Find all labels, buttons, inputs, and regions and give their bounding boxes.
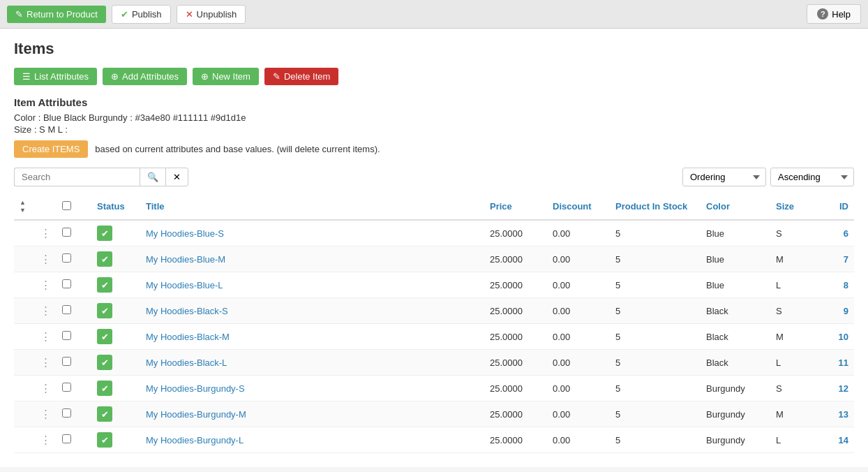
row-status-cell[interactable]: ✔: [91, 401, 140, 427]
row-title-cell: My Hoodies-Black-M: [140, 324, 484, 350]
row-checkbox[interactable]: [62, 279, 71, 288]
list-attributes-button[interactable]: ☰ List Attributes: [14, 68, 97, 85]
row-status-cell[interactable]: ✔: [91, 376, 140, 401]
drag-handle-icon[interactable]: ⋮: [40, 304, 51, 316]
search-button[interactable]: 🔍: [140, 168, 165, 186]
status-check-icon[interactable]: ✔: [97, 303, 112, 318]
row-discount-cell: 0.00: [547, 220, 610, 246]
drag-handle-icon[interactable]: ⋮: [40, 434, 51, 445]
row-status-cell[interactable]: ✔: [91, 246, 140, 272]
row-color-cell: Black: [701, 350, 770, 376]
return-to-product-button[interactable]: ✎ Return to Product: [7, 6, 106, 23]
row-checkbox-cell[interactable]: [57, 220, 91, 246]
table-row: ⋮ ✔ My Hoodies-Blue-M 25.0000 0.00 5 Blu…: [14, 246, 854, 272]
row-checkbox[interactable]: [62, 357, 71, 366]
item-title-link[interactable]: My Hoodies-Blue-L: [146, 280, 223, 290]
status-check-icon[interactable]: ✔: [97, 251, 112, 267]
drag-handle-cell[interactable]: ⋮: [35, 324, 57, 350]
create-items-button[interactable]: Create ITEMS: [14, 140, 88, 158]
drag-handle-cell[interactable]: ⋮: [35, 427, 57, 453]
row-checkbox[interactable]: [62, 383, 71, 392]
delete-item-button[interactable]: ✎ Delete Item: [264, 68, 338, 85]
search-clear-button[interactable]: ✕: [165, 168, 188, 186]
drag-handle-icon[interactable]: ⋮: [40, 408, 51, 420]
row-price-cell: 25.0000: [484, 246, 547, 272]
row-status-cell[interactable]: ✔: [91, 298, 140, 324]
drag-handle-cell[interactable]: ⋮: [35, 220, 57, 246]
drag-handle-icon[interactable]: ⋮: [40, 330, 51, 342]
row-status-cell[interactable]: ✔: [91, 427, 140, 453]
row-status-cell[interactable]: ✔: [91, 350, 140, 376]
row-checkbox[interactable]: [62, 331, 71, 340]
item-title-link[interactable]: My Hoodies-Burgundy-L: [146, 435, 244, 445]
sort-up-cell: [14, 427, 35, 453]
help-button[interactable]: ? Help: [807, 4, 861, 24]
unpublish-button[interactable]: ✕ Unpublish: [177, 5, 246, 24]
status-check-icon[interactable]: ✔: [97, 432, 112, 448]
check-icon: ✔: [121, 9, 128, 20]
plus-icon: ⊕: [111, 71, 119, 82]
row-status-cell[interactable]: ✔: [91, 220, 140, 246]
row-checkbox[interactable]: [62, 228, 71, 237]
row-status-cell[interactable]: ✔: [91, 272, 140, 298]
item-title-link[interactable]: My Hoodies-Burgundy-S: [146, 383, 245, 394]
new-item-button[interactable]: ⊕ New Item: [193, 68, 259, 85]
direction-select[interactable]: Ascending Descending: [770, 168, 854, 186]
drag-handle-cell[interactable]: ⋮: [35, 272, 57, 298]
row-checkbox-cell[interactable]: [57, 246, 91, 272]
drag-handle-icon[interactable]: ⋮: [40, 382, 51, 394]
status-check-icon[interactable]: ✔: [97, 277, 112, 293]
item-title-link[interactable]: My Hoodies-Black-M: [146, 332, 230, 342]
table-row: ⋮ ✔ My Hoodies-Black-M 25.0000 0.00 5 Bl…: [14, 324, 854, 350]
status-check-icon[interactable]: ✔: [97, 381, 112, 396]
row-checkbox-cell[interactable]: [57, 401, 91, 427]
status-check-icon[interactable]: ✔: [97, 329, 112, 344]
row-checkbox[interactable]: [62, 408, 71, 418]
row-discount-cell: 0.00: [547, 427, 610, 453]
row-price-cell: 25.0000: [484, 272, 547, 298]
status-check-icon[interactable]: ✔: [97, 355, 112, 370]
drag-handle-icon[interactable]: ⋮: [40, 356, 51, 368]
search-group: 🔍 ✕: [14, 168, 188, 186]
sort-up-cell: [14, 272, 35, 298]
drag-handle-cell[interactable]: ⋮: [35, 376, 57, 401]
drag-handle-cell[interactable]: ⋮: [35, 246, 57, 272]
drag-handle-icon[interactable]: ⋮: [40, 253, 51, 265]
drag-handle-cell[interactable]: ⋮: [35, 401, 57, 427]
row-checkbox-cell[interactable]: [57, 298, 91, 324]
row-checkbox-cell[interactable]: [57, 427, 91, 453]
status-check-icon[interactable]: ✔: [97, 226, 112, 241]
item-title-link[interactable]: My Hoodies-Black-S: [146, 306, 228, 316]
status-check-icon[interactable]: ✔: [97, 406, 112, 422]
row-checkbox-cell[interactable]: [57, 376, 91, 401]
item-title-link[interactable]: My Hoodies-Blue-S: [146, 228, 224, 239]
row-stock-cell: 5: [610, 298, 701, 324]
row-checkbox-cell[interactable]: [57, 272, 91, 298]
row-checkbox[interactable]: [62, 253, 71, 263]
drag-handle-cell[interactable]: ⋮: [35, 350, 57, 376]
sort-up-cell: [14, 246, 35, 272]
ordering-select[interactable]: Ordering Title Price ID: [682, 168, 766, 186]
row-status-cell[interactable]: ✔: [91, 324, 140, 350]
row-checkbox-cell[interactable]: [57, 350, 91, 376]
row-discount-cell: 0.00: [547, 298, 610, 324]
row-checkbox-cell[interactable]: [57, 324, 91, 350]
select-all-checkbox[interactable]: [62, 201, 71, 210]
row-title-cell: My Hoodies-Blue-M: [140, 246, 484, 272]
row-stock-cell: 5: [610, 272, 701, 298]
search-input[interactable]: [14, 168, 140, 186]
row-checkbox[interactable]: [62, 434, 71, 443]
plus-circle-icon: ⊕: [201, 71, 209, 82]
size-attribute-line: Size : S M L :: [14, 124, 854, 135]
row-checkbox[interactable]: [62, 305, 71, 314]
publish-button[interactable]: ✔ Publish: [112, 5, 171, 24]
drag-handle-cell[interactable]: ⋮: [35, 298, 57, 324]
page-title: Items: [14, 40, 854, 58]
drag-handle-icon[interactable]: ⋮: [40, 279, 51, 290]
row-stock-cell: 5: [610, 220, 701, 246]
item-title-link[interactable]: My Hoodies-Black-L: [146, 357, 227, 368]
item-title-link[interactable]: My Hoodies-Burgundy-M: [146, 409, 246, 420]
drag-handle-icon[interactable]: ⋮: [40, 227, 51, 239]
add-attributes-button[interactable]: ⊕ Add Attributes: [103, 68, 187, 85]
item-title-link[interactable]: My Hoodies-Blue-M: [146, 254, 225, 265]
